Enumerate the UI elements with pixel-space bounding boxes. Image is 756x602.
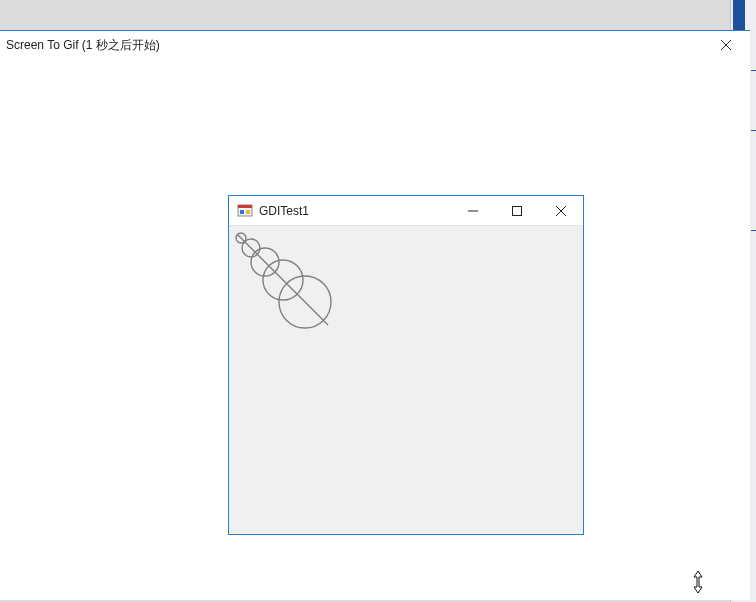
inner-client-area xyxy=(229,226,583,534)
background-ide-thumb xyxy=(733,0,745,30)
resize-ns-icon xyxy=(692,571,704,593)
inner-titlebar[interactable]: GDITest1 xyxy=(229,196,583,226)
gditest1-window: GDITest1 xyxy=(228,195,584,535)
outer-client-area: GDITest1 xyxy=(0,59,750,600)
outer-close-button[interactable] xyxy=(706,33,746,57)
system-buttons xyxy=(451,196,583,226)
svg-marker-16 xyxy=(694,571,702,593)
inner-window-title: GDITest1 xyxy=(259,204,309,218)
background-tick xyxy=(751,70,756,71)
outer-window-title: Screen To Gif (1 秒之后开始) xyxy=(6,37,160,54)
screen-to-gif-window: Screen To Gif (1 秒之后开始) GDITest1 xyxy=(0,30,750,600)
svg-rect-7 xyxy=(513,207,522,216)
maximize-button[interactable] xyxy=(495,196,539,226)
gdi-drawing xyxy=(229,226,583,534)
close-icon xyxy=(556,206,566,216)
background-tick xyxy=(751,130,756,131)
resize-ns-cursor xyxy=(690,571,706,593)
svg-rect-3 xyxy=(238,205,252,208)
inner-close-button[interactable] xyxy=(539,196,583,226)
minimize-icon xyxy=(468,206,478,216)
winforms-icon xyxy=(237,203,253,219)
svg-rect-4 xyxy=(240,210,244,214)
svg-line-10 xyxy=(237,234,328,325)
maximize-icon xyxy=(512,206,522,216)
svg-rect-5 xyxy=(246,210,250,214)
outer-titlebar[interactable]: Screen To Gif (1 秒之后开始) xyxy=(0,31,750,59)
close-icon xyxy=(721,40,731,50)
minimize-button[interactable] xyxy=(451,196,495,226)
background-tick xyxy=(751,230,756,231)
